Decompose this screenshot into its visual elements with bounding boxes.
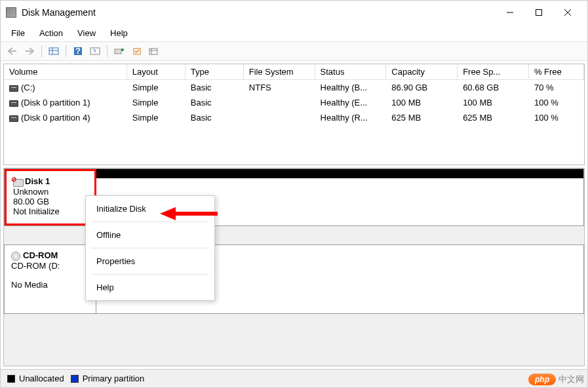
ctx-help[interactable]: Help — [86, 277, 214, 298]
legend-primary: Primary partition — [83, 374, 145, 383]
window-title: Disk Management — [22, 7, 496, 18]
cell-layout: Simple — [127, 111, 186, 124]
cdrom-status: No Media — [11, 280, 89, 290]
legend-unallocated: Unallocated — [19, 374, 64, 383]
menu-view[interactable]: View — [71, 26, 102, 41]
disk1-size: 80.00 GB — [13, 197, 88, 206]
header-filesystem[interactable]: File System — [244, 64, 315, 79]
svg-rect-13 — [149, 48, 157, 54]
legend-swatch-primary — [71, 375, 79, 383]
cell-freesp: 100 MB — [458, 96, 529, 109]
svg-marker-17 — [160, 207, 176, 220]
disk1-type: Unknown — [13, 187, 88, 197]
disk1-label-box[interactable]: Disk 1 Unknown 80.00 GB Not Initialize — [5, 169, 96, 225]
unallocated-bar — [96, 169, 583, 178]
cell-layout: Simple — [127, 81, 186, 94]
cell-capacity: 100 MB — [386, 96, 458, 109]
cdrom-drive: CD-ROM (D: — [11, 261, 89, 271]
table-body: (C:) Simple Basic NTFS Healthy (B... 86.… — [4, 80, 584, 125]
view-list-button[interactable] — [46, 44, 62, 58]
disk-error-icon — [13, 178, 22, 187]
volume-icon — [9, 115, 18, 122]
header-type[interactable]: Type — [186, 64, 244, 79]
cell-fs — [244, 111, 315, 124]
watermark-text: 中文网 — [559, 374, 584, 385]
forward-button[interactable] — [22, 44, 37, 58]
cell-type: Basic — [186, 96, 244, 109]
cell-fs: NTFS — [244, 81, 315, 94]
cell-fs — [244, 96, 315, 109]
cell-free: 100 % — [529, 96, 584, 109]
action-button-2[interactable] — [128, 44, 144, 58]
cell-volume: (C:) — [21, 83, 35, 92]
back-button[interactable] — [5, 44, 20, 58]
action-button-1[interactable] — [111, 44, 127, 58]
cdrom-icon — [11, 252, 20, 261]
cdrom-name: CD-ROM — [23, 250, 58, 260]
volume-table: Volume Layout Type File System Status Ca… — [3, 64, 585, 165]
cell-free: 100 % — [529, 111, 584, 124]
svg-rect-1 — [536, 10, 542, 16]
cell-status: Healthy (E... — [315, 96, 387, 109]
header-layout[interactable]: Layout — [127, 64, 186, 79]
help-button[interactable]: ? — [70, 44, 86, 58]
legend-swatch-unallocated — [7, 375, 15, 383]
watermark-badge: php — [528, 374, 556, 385]
cell-capacity: 625 MB — [386, 111, 458, 124]
annotation-arrow-icon — [160, 206, 219, 222]
ctx-properties[interactable]: Properties — [86, 251, 214, 271]
svg-point-11 — [121, 48, 124, 51]
toolbar: ? — [1, 41, 587, 61]
volume-icon — [9, 100, 18, 107]
table-row[interactable]: (Disk 0 partition 4) Simple Basic Health… — [4, 110, 584, 125]
action-button-3[interactable] — [146, 44, 161, 58]
refresh-button[interactable] — [87, 44, 103, 58]
close-button[interactable] — [553, 3, 582, 22]
disk1-status: Not Initialize — [13, 206, 88, 216]
header-status[interactable]: Status — [315, 64, 387, 79]
cell-type: Basic — [186, 81, 244, 94]
svg-text:?: ? — [75, 46, 81, 56]
titlebar: Disk Management — [1, 1, 587, 24]
menu-file[interactable]: File — [5, 26, 31, 41]
cell-volume: (Disk 0 partition 1) — [21, 98, 90, 107]
table-row[interactable]: (Disk 0 partition 1) Simple Basic Health… — [4, 95, 584, 110]
disk1-name: Disk 1 — [25, 176, 50, 186]
menu-help[interactable]: Help — [104, 26, 134, 41]
ctx-offline[interactable]: Offline — [86, 225, 214, 245]
cell-freesp: 60.68 GB — [458, 81, 529, 94]
disk-management-window: Disk Management File Action View Help ? — [0, 0, 588, 388]
header-percentfree[interactable]: % Free — [529, 64, 584, 79]
legend-bar: Unallocated Primary partition — [1, 369, 587, 387]
cell-volume: (Disk 0 partition 4) — [21, 113, 90, 123]
cell-status: Healthy (B... — [315, 81, 387, 94]
svg-rect-4 — [49, 48, 58, 54]
cell-capacity: 86.90 GB — [386, 81, 458, 94]
maximize-button[interactable] — [524, 3, 553, 22]
svg-rect-10 — [115, 49, 121, 54]
cdrom-label-box[interactable]: CD-ROM CD-ROM (D: No Media — [5, 245, 96, 313]
menubar: File Action View Help — [1, 24, 587, 41]
table-row[interactable]: (C:) Simple Basic NTFS Healthy (B... 86.… — [4, 80, 584, 95]
volume-icon — [9, 85, 18, 92]
cell-status: Healthy (R... — [315, 111, 387, 124]
table-header: Volume Layout Type File System Status Ca… — [4, 64, 584, 80]
cell-freesp: 625 MB — [458, 111, 529, 124]
watermark: php 中文网 — [528, 374, 584, 385]
header-volume[interactable]: Volume — [4, 64, 127, 79]
header-capacity[interactable]: Capacity — [386, 64, 458, 79]
cell-layout: Simple — [127, 96, 186, 109]
cell-free: 70 % — [529, 81, 584, 94]
menu-action[interactable]: Action — [33, 26, 69, 41]
minimize-button[interactable] — [496, 3, 524, 22]
header-freespace[interactable]: Free Sp... — [458, 64, 529, 79]
cell-type: Basic — [186, 111, 244, 124]
app-icon — [6, 7, 16, 18]
